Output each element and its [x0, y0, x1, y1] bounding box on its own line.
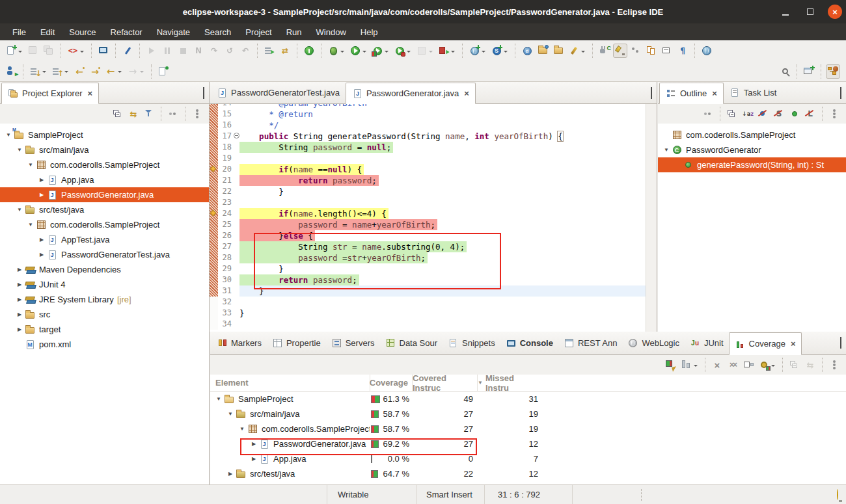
code-line-22[interactable]: 22 } — [210, 186, 657, 197]
menu-item-project[interactable]: Project — [238, 27, 279, 37]
expander-icon[interactable]: ▶ — [37, 177, 46, 183]
expander-icon[interactable]: ▶ — [37, 237, 46, 243]
filter-button[interactable] — [142, 107, 156, 121]
disconnect-button[interactable]: N — [191, 44, 206, 58]
resume-button[interactable] — [144, 44, 159, 58]
menu-item-refactor[interactable]: Refactor — [103, 27, 150, 37]
tab-junit[interactable]: JuJUnit — [685, 332, 729, 354]
derby-tools-button[interactable]: d — [520, 44, 534, 58]
debug-dropdown-icon[interactable] — [340, 51, 344, 55]
expander-icon[interactable]: ▶ — [15, 312, 24, 317]
menu-item-file[interactable]: File — [5, 27, 33, 37]
expander-icon[interactable]: ▼ — [15, 207, 24, 213]
open-folder-button[interactable] — [551, 44, 566, 58]
expander-icon[interactable]: ▼ — [26, 162, 35, 168]
coverage-settings-button[interactable] — [757, 358, 778, 372]
step-into-button[interactable]: ↷ — [207, 44, 221, 58]
select-session-button[interactable] — [741, 358, 756, 372]
task-element-button[interactable] — [660, 44, 674, 58]
hide-non-public-button[interactable] — [787, 107, 802, 121]
explorer-item-jre-system-library[interactable]: ▶JRE System Library[jre] — [0, 292, 209, 307]
plugin-connector-button[interactable]: C — [597, 44, 612, 58]
close-icon[interactable]: × — [87, 88, 92, 98]
maximize-view-button[interactable] — [840, 88, 841, 98]
code-line-14[interactable]: 14 * @param yearOfBirth — [210, 104, 657, 109]
menu-item-window[interactable]: Window — [309, 27, 353, 37]
focus-dots-button[interactable] — [701, 107, 715, 121]
expander-icon[interactable]: ▶ — [37, 192, 46, 198]
stop-server-dropdown-icon[interactable] — [451, 51, 455, 55]
explorer-item-pom-xml[interactable]: Mpom.xml — [0, 337, 209, 352]
stop-server-button[interactable] — [437, 44, 457, 58]
remove-all-sessions-button[interactable]: ×× — [726, 358, 740, 372]
java-code-generation-button[interactable]: <> — [66, 44, 87, 58]
column-header-coverage[interactable]: Coverage — [370, 375, 412, 391]
expander-icon[interactable]: ▼ — [226, 411, 235, 417]
code-line-21[interactable]: 21 return password; — [210, 175, 657, 186]
run-secure-dropdown-icon[interactable] — [407, 51, 411, 55]
view-menu-button[interactable] — [827, 358, 841, 372]
code-line-15[interactable]: 15 * @return — [210, 109, 657, 120]
tab-rest-ann[interactable]: REST Ann — [558, 332, 622, 354]
collapse-all-button[interactable] — [787, 358, 802, 372]
run-secure-button[interactable] — [392, 44, 413, 58]
next-edit-location-button[interactable]: → — [88, 64, 102, 79]
explorer-item-com-coderolls-sampleproject[interactable]: ▼com.coderolls.SampleProject — [0, 157, 209, 172]
debug-button[interactable] — [326, 44, 347, 58]
minimize-button[interactable] — [778, 5, 793, 19]
explorer-item-src[interactable]: ▶src — [0, 307, 209, 322]
web-service-explorer-dropdown-icon[interactable] — [504, 51, 508, 55]
coverage-row-src-test-java[interactable]: ▶src/test/java64.7 %2212 — [210, 466, 846, 481]
outline-item-com-coderolls-sampleproject[interactable]: com.coderolls.SampleProject — [658, 127, 846, 142]
expander-icon[interactable]: ▼ — [15, 147, 24, 153]
save-button[interactable] — [26, 44, 40, 58]
tab-project-explorer[interactable]: Project Explorer× — [1, 83, 99, 104]
sort-button[interactable]: ↓az — [741, 107, 755, 121]
maximize-button[interactable] — [803, 5, 817, 19]
explorer-item-app-java[interactable]: ▶JApp.java — [0, 172, 209, 187]
run-dropdown-icon[interactable] — [362, 51, 366, 55]
expander-icon[interactable]: ▶ — [15, 297, 24, 302]
expander-icon[interactable]: ▶ — [15, 326, 24, 332]
explorer-item-apptest-java[interactable]: ▶JAppTest.java — [0, 232, 209, 247]
new-web-service-button[interactable] — [467, 44, 488, 58]
layout-button[interactable] — [679, 358, 700, 372]
menu-item-navigate[interactable]: Navigate — [150, 27, 197, 37]
maximize-view-button[interactable] — [840, 338, 841, 348]
run-last-launched-button[interactable] — [262, 44, 277, 58]
code-line-32[interactable]: 32 — [210, 297, 657, 308]
step-return-button[interactable]: ↶ — [238, 44, 252, 58]
menu-item-search[interactable]: Search — [197, 27, 238, 37]
link-with-editor-button[interactable]: ⇆ — [126, 107, 141, 121]
explorer-item-src-main-java[interactable]: ▼src/main/java — [0, 142, 209, 157]
tab-task-list[interactable]: Task List — [724, 82, 783, 103]
tab-outline[interactable]: Outline× — [659, 83, 724, 104]
tab-servers[interactable]: Servers — [326, 332, 380, 354]
java-perspective-button[interactable] — [826, 64, 840, 79]
previous-annotation-dropdown-icon[interactable] — [64, 71, 68, 75]
expander-icon[interactable]: ▶ — [37, 252, 46, 258]
forward-history-button[interactable]: → — [126, 64, 146, 79]
coverage-session-button[interactable] — [302, 44, 316, 58]
coverage-row-com-coderolls-sampleproject[interactable]: ▼com.coderolls.SampleProject58.7 %2719 — [210, 421, 846, 436]
lightbulb-button[interactable] — [837, 490, 838, 499]
explorer-item-maven-dependencies[interactable]: ▶Maven Dependencies — [0, 262, 209, 277]
open-console-button[interactable] — [96, 44, 111, 58]
pin-editor-button[interactable] — [156, 64, 171, 79]
explorer-item-target[interactable]: ▶target — [0, 322, 209, 337]
toggle-highlight-button[interactable] — [613, 44, 627, 58]
external-tools-button[interactable] — [567, 44, 588, 58]
expander-icon[interactable]: ▼ — [214, 396, 223, 402]
overview-ruler[interactable] — [646, 104, 657, 332]
code-line-24[interactable]: 24 if(name.length()<=4) { — [210, 208, 657, 219]
expander-icon[interactable]: ▼ — [662, 147, 671, 153]
new-web-service-dropdown-icon[interactable] — [482, 51, 485, 55]
layout-dropdown-icon[interactable] — [694, 365, 698, 369]
terminate-button[interactable] — [176, 44, 190, 58]
explorer-item-sampleproject[interactable]: ▼MSampleProject — [0, 127, 209, 142]
coverage-row-sampleproject[interactable]: ▼SampleProject61.3 %4931 — [210, 391, 846, 406]
expander-icon[interactable]: ▼ — [238, 426, 247, 432]
profile-dropdown-icon[interactable] — [429, 51, 433, 55]
column-header-element[interactable]: Element — [210, 375, 370, 391]
open-type-button[interactable] — [644, 44, 659, 58]
